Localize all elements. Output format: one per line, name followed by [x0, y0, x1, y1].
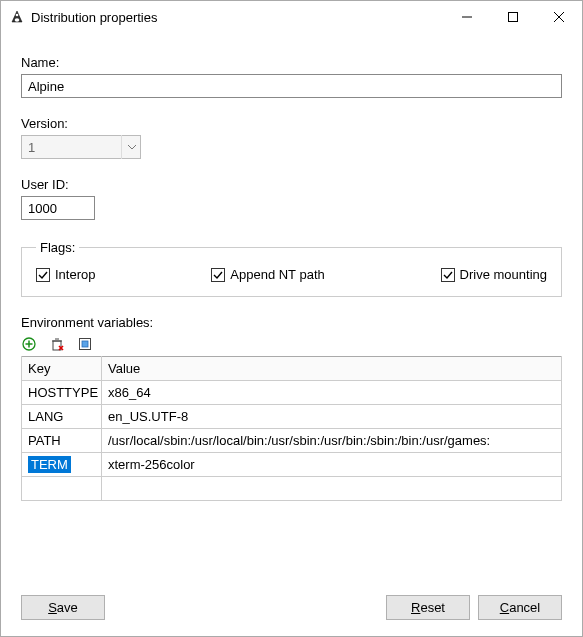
- content-area: Name: Version: User ID: Flags: Interop: [1, 33, 582, 636]
- add-icon[interactable]: [21, 336, 37, 352]
- flags-label: Flags:: [36, 240, 79, 255]
- checkbox-icon: [211, 268, 225, 282]
- env-value-cell[interactable]: en_US.UTF-8: [102, 405, 562, 429]
- env-key-cell[interactable]: HOSTTYPE: [22, 381, 102, 405]
- env-key-cell[interactable]: TERM: [22, 453, 102, 477]
- window-controls: [444, 1, 582, 33]
- table-row[interactable]: HOSTTYPEx86_64: [22, 381, 562, 405]
- env-key-cell[interactable]: LANG: [22, 405, 102, 429]
- env-vars-label: Environment variables:: [21, 315, 562, 330]
- drive-mounting-checkbox[interactable]: Drive mounting: [441, 267, 547, 282]
- interop-label: Interop: [55, 267, 95, 282]
- table-row[interactable]: PATH/usr/local/sbin:/usr/local/bin:/usr/…: [22, 429, 562, 453]
- env-table[interactable]: Key Value HOSTTYPEx86_64LANGen_US.UTF-8P…: [21, 356, 562, 501]
- name-label: Name:: [21, 55, 562, 70]
- table-row[interactable]: TERMxterm-256color: [22, 453, 562, 477]
- reset-button[interactable]: Reset: [386, 595, 470, 620]
- append-nt-path-checkbox[interactable]: Append NT path: [211, 267, 324, 282]
- key-column-header[interactable]: Key: [22, 357, 102, 381]
- flags-group: Flags: Interop Append NT path: [21, 240, 562, 297]
- cancel-button[interactable]: Cancel: [478, 595, 562, 620]
- env-value-cell[interactable]: x86_64: [102, 381, 562, 405]
- save-button[interactable]: Save: [21, 595, 105, 620]
- checkbox-icon: [36, 268, 50, 282]
- button-row: Save Reset Cancel: [21, 595, 562, 620]
- svg-point-2: [15, 18, 20, 22]
- env-value-cell[interactable]: xterm-256color: [102, 453, 562, 477]
- checkbox-icon: [441, 268, 455, 282]
- chevron-down-icon[interactable]: [121, 135, 141, 159]
- env-value-cell[interactable]: /usr/local/sbin:/usr/local/bin:/usr/sbin…: [102, 429, 562, 453]
- user-id-input[interactable]: [21, 196, 95, 220]
- close-button[interactable]: [536, 1, 582, 33]
- env-key-cell[interactable]: PATH: [22, 429, 102, 453]
- env-toolbar: [21, 336, 562, 352]
- maximize-button[interactable]: [490, 1, 536, 33]
- interop-checkbox[interactable]: Interop: [36, 267, 95, 282]
- svg-point-1: [16, 14, 19, 17]
- edit-icon[interactable]: [77, 336, 93, 352]
- minimize-button[interactable]: [444, 1, 490, 33]
- svg-rect-16: [82, 341, 88, 347]
- delete-icon[interactable]: [49, 336, 65, 352]
- user-id-label: User ID:: [21, 177, 562, 192]
- name-input[interactable]: [21, 74, 562, 98]
- svg-rect-4: [509, 13, 518, 22]
- value-column-header[interactable]: Value: [102, 357, 562, 381]
- titlebar: Distribution properties: [1, 1, 582, 33]
- window-title: Distribution properties: [31, 10, 444, 25]
- window: Distribution properties Name: Version:: [0, 0, 583, 637]
- app-icon: [9, 9, 25, 25]
- table-row[interactable]: LANGen_US.UTF-8: [22, 405, 562, 429]
- version-label: Version:: [21, 116, 562, 131]
- drive-mounting-label: Drive mounting: [460, 267, 547, 282]
- table-row-empty[interactable]: [22, 477, 562, 501]
- append-nt-label: Append NT path: [230, 267, 324, 282]
